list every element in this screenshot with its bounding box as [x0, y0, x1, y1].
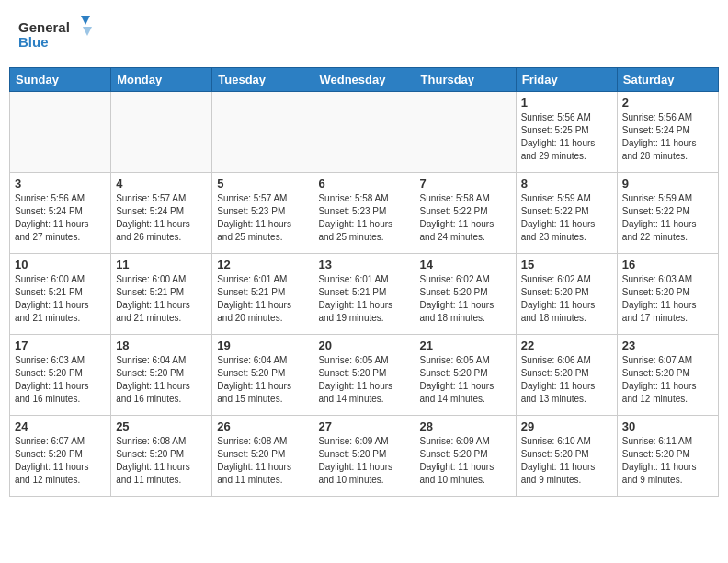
day-info: Sunrise: 6:09 AM Sunset: 5:20 PM Dayligh…: [318, 435, 409, 487]
svg-marker-2: [81, 16, 90, 25]
day-info: Sunrise: 6:08 AM Sunset: 5:20 PM Dayligh…: [217, 435, 308, 487]
weekday-header-tuesday: Tuesday: [212, 68, 313, 92]
calendar-cell: 30Sunrise: 6:11 AM Sunset: 5:20 PM Dayli…: [617, 416, 718, 497]
day-info: Sunrise: 5:57 AM Sunset: 5:24 PM Dayligh…: [116, 192, 207, 244]
day-info: Sunrise: 5:56 AM Sunset: 5:24 PM Dayligh…: [622, 111, 713, 163]
day-number: 7: [420, 177, 511, 190]
calendar-cell: 19Sunrise: 6:04 AM Sunset: 5:20 PM Dayli…: [212, 335, 313, 416]
calendar-cell: [415, 92, 516, 173]
calendar-cell: 16Sunrise: 6:03 AM Sunset: 5:20 PM Dayli…: [617, 254, 718, 335]
calendar-cell: 8Sunrise: 5:59 AM Sunset: 5:22 PM Daylig…: [516, 173, 617, 254]
day-info: Sunrise: 6:01 AM Sunset: 5:21 PM Dayligh…: [217, 273, 308, 325]
day-info: Sunrise: 6:10 AM Sunset: 5:20 PM Dayligh…: [521, 435, 612, 487]
day-info: Sunrise: 6:06 AM Sunset: 5:20 PM Dayligh…: [521, 354, 612, 406]
calendar-table: SundayMondayTuesdayWednesdayThursdayFrid…: [9, 67, 719, 497]
day-number: 21: [420, 339, 511, 352]
calendar-cell: 23Sunrise: 6:07 AM Sunset: 5:20 PM Dayli…: [617, 335, 718, 416]
day-number: 27: [318, 419, 409, 433]
day-number: 9: [622, 177, 713, 190]
calendar-cell: 28Sunrise: 6:09 AM Sunset: 5:20 PM Dayli…: [415, 416, 516, 497]
day-info: Sunrise: 6:08 AM Sunset: 5:20 PM Dayligh…: [116, 435, 207, 487]
calendar-cell: [111, 92, 212, 173]
weekday-header-saturday: Saturday: [617, 68, 718, 92]
day-number: 6: [318, 177, 409, 190]
day-info: Sunrise: 5:58 AM Sunset: 5:22 PM Dayligh…: [420, 192, 511, 244]
day-info: Sunrise: 6:05 AM Sunset: 5:20 PM Dayligh…: [420, 354, 511, 406]
day-info: Sunrise: 5:56 AM Sunset: 5:25 PM Dayligh…: [521, 111, 612, 163]
day-info: Sunrise: 6:03 AM Sunset: 5:20 PM Dayligh…: [622, 273, 713, 325]
day-info: Sunrise: 6:07 AM Sunset: 5:20 PM Dayligh…: [15, 435, 106, 487]
day-info: Sunrise: 6:09 AM Sunset: 5:20 PM Dayligh…: [420, 435, 511, 487]
day-info: Sunrise: 6:02 AM Sunset: 5:20 PM Dayligh…: [521, 273, 612, 325]
day-number: 30: [622, 419, 713, 433]
day-number: 23: [622, 339, 713, 352]
day-number: 26: [217, 419, 308, 433]
day-info: Sunrise: 6:02 AM Sunset: 5:20 PM Dayligh…: [420, 273, 511, 325]
day-number: 13: [318, 258, 409, 271]
logo: General Blue: [18, 14, 92, 55]
day-number: 25: [116, 419, 207, 433]
weekday-header-sunday: Sunday: [10, 68, 111, 92]
day-number: 8: [521, 177, 612, 190]
calendar-cell: 29Sunrise: 6:10 AM Sunset: 5:20 PM Dayli…: [516, 416, 617, 497]
logo-svg: General Blue: [18, 14, 92, 55]
day-number: 19: [217, 339, 308, 352]
day-number: 29: [521, 419, 612, 433]
day-number: 10: [15, 258, 106, 271]
calendar-cell: 25Sunrise: 6:08 AM Sunset: 5:20 PM Dayli…: [111, 416, 212, 497]
day-info: Sunrise: 5:58 AM Sunset: 5:23 PM Dayligh…: [318, 192, 409, 244]
weekday-header-friday: Friday: [516, 68, 617, 92]
day-info: Sunrise: 6:07 AM Sunset: 5:20 PM Dayligh…: [622, 354, 713, 406]
calendar-cell: 14Sunrise: 6:02 AM Sunset: 5:20 PM Dayli…: [415, 254, 516, 335]
calendar-cell: 18Sunrise: 6:04 AM Sunset: 5:20 PM Dayli…: [111, 335, 212, 416]
day-info: Sunrise: 6:00 AM Sunset: 5:21 PM Dayligh…: [116, 273, 207, 325]
day-info: Sunrise: 5:56 AM Sunset: 5:24 PM Dayligh…: [15, 192, 106, 244]
day-number: 5: [217, 177, 308, 190]
calendar-cell: [10, 92, 111, 173]
day-number: 4: [116, 177, 207, 190]
calendar-cell: 11Sunrise: 6:00 AM Sunset: 5:21 PM Dayli…: [111, 254, 212, 335]
calendar-cell: 12Sunrise: 6:01 AM Sunset: 5:21 PM Dayli…: [212, 254, 313, 335]
day-number: 22: [521, 339, 612, 352]
calendar-cell: 20Sunrise: 6:05 AM Sunset: 5:20 PM Dayli…: [313, 335, 415, 416]
day-info: Sunrise: 6:11 AM Sunset: 5:20 PM Dayligh…: [622, 435, 713, 487]
calendar-cell: 6Sunrise: 5:58 AM Sunset: 5:23 PM Daylig…: [313, 173, 415, 254]
calendar-cell: 2Sunrise: 5:56 AM Sunset: 5:24 PM Daylig…: [617, 92, 718, 173]
calendar-cell: 26Sunrise: 6:08 AM Sunset: 5:20 PM Dayli…: [212, 416, 313, 497]
day-number: 12: [217, 258, 308, 271]
day-number: 20: [318, 339, 409, 352]
calendar-cell: 15Sunrise: 6:02 AM Sunset: 5:20 PM Dayli…: [516, 254, 617, 335]
calendar-cell: 27Sunrise: 6:09 AM Sunset: 5:20 PM Dayli…: [313, 416, 415, 497]
day-info: Sunrise: 5:57 AM Sunset: 5:23 PM Dayligh…: [217, 192, 308, 244]
day-number: 17: [15, 339, 106, 352]
day-info: Sunrise: 6:04 AM Sunset: 5:20 PM Dayligh…: [217, 354, 308, 406]
weekday-header-thursday: Thursday: [415, 68, 516, 92]
day-number: 18: [116, 339, 207, 352]
svg-marker-3: [83, 27, 92, 36]
day-info: Sunrise: 6:03 AM Sunset: 5:20 PM Dayligh…: [15, 354, 106, 406]
weekday-header-row: SundayMondayTuesdayWednesdayThursdayFrid…: [10, 68, 719, 92]
weekday-header-wednesday: Wednesday: [313, 68, 415, 92]
calendar-week-4: 17Sunrise: 6:03 AM Sunset: 5:20 PM Dayli…: [10, 335, 719, 416]
calendar-cell: 9Sunrise: 5:59 AM Sunset: 5:22 PM Daylig…: [617, 173, 718, 254]
calendar-week-2: 3Sunrise: 5:56 AM Sunset: 5:24 PM Daylig…: [10, 173, 719, 254]
day-number: 14: [420, 258, 511, 271]
calendar-cell: 24Sunrise: 6:07 AM Sunset: 5:20 PM Dayli…: [10, 416, 111, 497]
day-number: 11: [116, 258, 207, 271]
day-number: 15: [521, 258, 612, 271]
svg-text:General: General: [18, 19, 70, 35]
page-header: General Blue: [9, 9, 719, 60]
calendar-week-5: 24Sunrise: 6:07 AM Sunset: 5:20 PM Dayli…: [10, 416, 719, 497]
day-number: 16: [622, 258, 713, 271]
day-number: 24: [15, 419, 106, 433]
day-info: Sunrise: 5:59 AM Sunset: 5:22 PM Dayligh…: [622, 192, 713, 244]
weekday-header-monday: Monday: [111, 68, 212, 92]
day-number: 2: [622, 96, 713, 109]
day-info: Sunrise: 6:00 AM Sunset: 5:21 PM Dayligh…: [15, 273, 106, 325]
day-number: 28: [420, 419, 511, 433]
calendar-cell: 22Sunrise: 6:06 AM Sunset: 5:20 PM Dayli…: [516, 335, 617, 416]
calendar-cell: 5Sunrise: 5:57 AM Sunset: 5:23 PM Daylig…: [212, 173, 313, 254]
calendar-cell: 17Sunrise: 6:03 AM Sunset: 5:20 PM Dayli…: [10, 335, 111, 416]
day-number: 1: [521, 96, 612, 109]
calendar-cell: 4Sunrise: 5:57 AM Sunset: 5:24 PM Daylig…: [111, 173, 212, 254]
